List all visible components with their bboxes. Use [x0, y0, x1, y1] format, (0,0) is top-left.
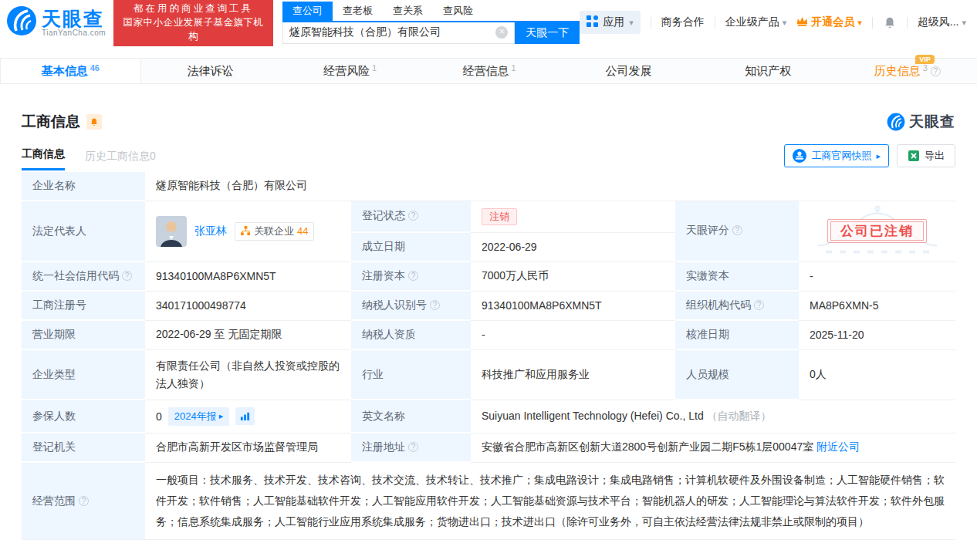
- question-icon[interactable]: ?: [408, 211, 418, 221]
- question-icon[interactable]: ?: [79, 496, 89, 506]
- apps-menu[interactable]: 应用 ▾: [580, 11, 641, 34]
- chevron-down-icon: ▾: [857, 18, 862, 28]
- divider: [651, 17, 651, 29]
- table-row: 登记机关 合肥市高新开发区市场监督管理局 注册地址? 安徽省合肥市高新区创新大道…: [22, 433, 955, 462]
- english-name-cell: Suiyuan Intelligent Technology (Hefei) C…: [471, 400, 955, 433]
- nearby-companies-link[interactable]: 附近公司: [816, 440, 860, 453]
- legal-rep-name-link[interactable]: 张亚林: [194, 224, 227, 238]
- legal-rep-avatar[interactable]: [156, 216, 187, 247]
- search-tab-boss[interactable]: 查老板: [333, 2, 383, 21]
- bar-chart-icon: [240, 411, 250, 421]
- insured-trend-button[interactable]: [235, 407, 255, 425]
- section-brand-logo: 天眼查: [887, 112, 955, 132]
- annual-report-badge[interactable]: 2024年报 ▸: [168, 407, 229, 426]
- reg-no-value: 340171000498774: [145, 291, 351, 320]
- crown-icon: [796, 16, 808, 29]
- reg-no-label: 工商注册号: [22, 291, 145, 320]
- question-icon[interactable]: ?: [931, 66, 941, 76]
- org-code-value: MA8P6XMN-5: [799, 291, 955, 320]
- search-button[interactable]: 天眼一下: [515, 22, 580, 44]
- tab-operation-info[interactable]: 经营信息 1: [420, 59, 559, 83]
- search-tab-risk[interactable]: 查风险: [433, 2, 483, 21]
- related-companies-count: 44: [297, 225, 308, 237]
- industry-value: 科技推广和应用服务业: [471, 349, 675, 400]
- uscc-value: 91340100MA8P6XMN5T: [145, 261, 351, 291]
- business-coop-link[interactable]: 商务合作: [661, 15, 705, 29]
- stamp-icon: [793, 149, 806, 163]
- tab-company-development[interactable]: 公司发展: [559, 59, 698, 83]
- table-row: 经营范围? 一般项目：技术服务、技术开发、技术咨询、技术交流、技术转让、技术推广…: [22, 462, 955, 540]
- taxpayer-id-value: 91340100MA8P6XMN5T: [471, 291, 675, 320]
- table-row: 参保人数 0 2024年报 ▸ 英文名称 Suiyuan Intelligent…: [22, 400, 955, 433]
- search-tab-relation[interactable]: 查关系: [383, 2, 433, 21]
- tianyancha-logo[interactable]: 天眼查 TianYanCha.com: [6, 5, 106, 39]
- question-icon[interactable]: ?: [408, 271, 418, 281]
- approval-date-label: 核准日期: [675, 320, 799, 349]
- main-content: 工商信息 天眼查 工商信息 历史工商信息0 工商官网快照 ▸ 导出: [0, 112, 977, 540]
- export-label: 导出: [925, 149, 945, 163]
- question-icon[interactable]: ?: [430, 300, 440, 310]
- auto-translate-note: （自动翻译）: [707, 410, 772, 422]
- tab-intellectual-property[interactable]: 知识产权: [698, 59, 838, 83]
- business-info-table: 企业名称 燧原智能科技（合肥）有限公司 法定代表人 张亚林 关联企业 44: [22, 172, 955, 540]
- divider: [907, 17, 908, 29]
- tab-legal-lawsuit[interactable]: 法律诉讼: [141, 59, 281, 83]
- related-companies-badge[interactable]: 关联企业 44: [235, 222, 314, 241]
- reg-status-label: 登记状态?: [351, 201, 471, 232]
- question-icon[interactable]: ?: [408, 442, 418, 452]
- vip-badge: VIP: [915, 55, 935, 64]
- enterprise-product-label: 企业级产品: [725, 15, 779, 29]
- tab-basic-info[interactable]: 基本信息 46: [0, 59, 141, 83]
- subtab-business-info[interactable]: 工商信息: [22, 147, 65, 170]
- table-row: 工商注册号 340171000498774 纳税人识别号? 91340100MA…: [22, 291, 955, 320]
- subscribe-bell-button[interactable]: [86, 114, 102, 130]
- section-brand-text: 天眼查: [909, 112, 955, 132]
- annual-report-label: 2024年报: [174, 410, 217, 423]
- search-block: 查公司 查老板 查关系 查风险 × 天眼一下: [282, 2, 580, 44]
- paid-capital-value: -: [799, 261, 955, 291]
- apps-grid-icon: [587, 15, 598, 29]
- company-cancelled-cell: 公司已注销: [799, 201, 955, 261]
- business-scope-value: 一般项目：技术服务、技术开发、技术咨询、技术交流、技术转让、技术推广；集成电路设…: [145, 462, 955, 540]
- chevron-down-icon: ▾: [783, 18, 787, 28]
- question-icon[interactable]: ?: [732, 225, 742, 235]
- reg-capital-label: 注册资本?: [351, 261, 471, 291]
- official-snapshot-button[interactable]: 工商官网快照 ▸: [784, 144, 889, 167]
- uscc-label: 统一社会信用代码?: [22, 261, 145, 291]
- tianyancha-logo-icon: [887, 113, 905, 131]
- taxpayer-id-label: 纳税人识别号?: [351, 291, 471, 320]
- promo-banner-line1: 都在用的商业查询工具: [121, 2, 265, 15]
- enterprise-product-menu[interactable]: 企业级产品 ▾: [725, 15, 787, 29]
- org-code-label: 组织机构代码?: [675, 291, 799, 320]
- company-type-label: 企业类型: [22, 349, 145, 400]
- divider: [872, 17, 873, 29]
- tab-operation-risk[interactable]: 经营风险 1: [280, 59, 420, 83]
- search-input[interactable]: [289, 26, 495, 39]
- super-risk-menu[interactable]: 超级风... ▾: [918, 15, 966, 29]
- tab-label: 经营风险: [323, 64, 370, 79]
- tianyan-score-label: 天眼评分?: [675, 201, 799, 261]
- tab-history-info[interactable]: 历史信息 VIP 3 ?: [837, 59, 977, 83]
- insured-count: 0: [156, 410, 162, 423]
- question-icon[interactable]: ?: [122, 271, 132, 281]
- chevron-down-icon: ▾: [629, 18, 634, 28]
- reg-status-value: 注销: [471, 201, 675, 232]
- open-vip-menu[interactable]: 开通会员 ▾: [796, 15, 862, 29]
- logo-title: 天眼查: [42, 8, 106, 29]
- tab-count: 46: [90, 63, 100, 73]
- chevron-down-icon: ▾: [962, 18, 966, 28]
- export-button[interactable]: 导出: [897, 144, 955, 167]
- question-icon[interactable]: ?: [754, 300, 764, 310]
- clear-icon[interactable]: ×: [495, 26, 508, 39]
- staff-size-value: 0人: [799, 349, 955, 400]
- subtab-history-business-info[interactable]: 历史工商信息0: [85, 150, 156, 170]
- business-scope-label: 经营范围?: [22, 462, 145, 540]
- search-input-wrap: ×: [282, 22, 515, 44]
- legal-rep-cell: 张亚林 关联企业 44: [145, 201, 351, 261]
- taxpayer-quali-value: -: [471, 320, 675, 349]
- notification-bell[interactable]: [883, 15, 897, 30]
- bell-icon: [883, 15, 897, 30]
- term-value: 2022-06-29 至 无固定期限: [145, 320, 351, 349]
- company-name-label: 企业名称: [22, 172, 145, 201]
- search-tab-company[interactable]: 查公司: [282, 2, 333, 21]
